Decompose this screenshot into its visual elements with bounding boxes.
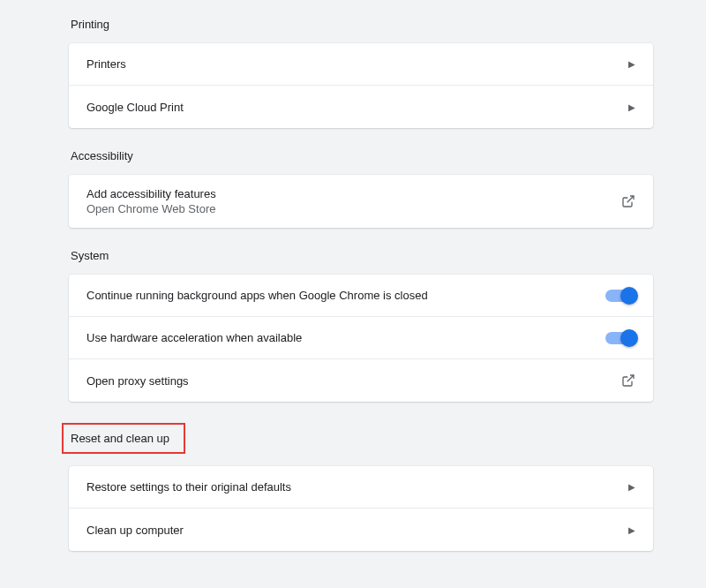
row-printers[interactable]: Printers ▶	[69, 43, 653, 86]
label-hardware-acceleration: Use hardware acceleration when available	[86, 331, 302, 344]
section-title-system: System	[69, 249, 653, 262]
sublabel-open-web-store: Open Chrome Web Store	[86, 202, 216, 215]
row-proxy-settings[interactable]: Open proxy settings	[69, 359, 653, 402]
card-system: Continue running background apps when Go…	[69, 275, 653, 402]
label-printers: Printers	[86, 57, 126, 71]
chevron-right-icon: ▶	[628, 59, 635, 69]
section-printing: Printing Printers ▶ Google Cloud Print ▶	[69, 18, 653, 128]
external-link-icon	[621, 194, 635, 208]
label-proxy-settings: Open proxy settings	[86, 374, 189, 388]
section-accessibility: Accessibility Add accessibility features…	[69, 149, 653, 228]
section-title-reset: Reset and clean up	[71, 432, 169, 445]
card-reset: Restore settings to their original defau…	[69, 466, 653, 551]
section-reset: Reset and clean up Restore settings to t…	[69, 423, 653, 551]
label-clean-up-computer: Clean up computer	[86, 524, 184, 537]
toggle-hardware-acceleration[interactable]	[605, 332, 635, 344]
toggle-knob	[620, 329, 638, 347]
row-background-apps[interactable]: Continue running background apps when Go…	[69, 275, 653, 317]
label-add-accessibility: Add accessibility features	[86, 187, 216, 200]
label-restore-defaults: Restore settings to their original defau…	[86, 480, 291, 494]
section-title-accessibility: Accessibility	[69, 149, 653, 162]
toggle-knob	[620, 287, 638, 305]
external-link-icon	[621, 373, 635, 388]
row-restore-defaults[interactable]: Restore settings to their original defau…	[69, 466, 653, 509]
chevron-right-icon: ▶	[628, 482, 635, 492]
row-add-accessibility[interactable]: Add accessibility features Open Chrome W…	[69, 175, 653, 228]
chevron-right-icon: ▶	[628, 102, 635, 112]
label-google-cloud-print: Google Cloud Print	[86, 101, 184, 114]
card-accessibility: Add accessibility features Open Chrome W…	[69, 175, 653, 228]
svg-line-0	[627, 196, 634, 202]
row-hardware-acceleration[interactable]: Use hardware acceleration when available	[69, 317, 653, 359]
chevron-right-icon: ▶	[628, 525, 635, 535]
highlight-reset-title: Reset and clean up	[62, 423, 185, 454]
row-clean-up-computer[interactable]: Clean up computer ▶	[69, 509, 653, 551]
section-title-printing: Printing	[69, 18, 653, 31]
svg-line-1	[627, 375, 634, 381]
card-printing: Printers ▶ Google Cloud Print ▶	[69, 43, 653, 128]
section-system: System Continue running background apps …	[69, 249, 653, 402]
toggle-background-apps[interactable]	[605, 290, 635, 302]
row-google-cloud-print[interactable]: Google Cloud Print ▶	[69, 86, 653, 128]
label-background-apps: Continue running background apps when Go…	[86, 289, 428, 302]
